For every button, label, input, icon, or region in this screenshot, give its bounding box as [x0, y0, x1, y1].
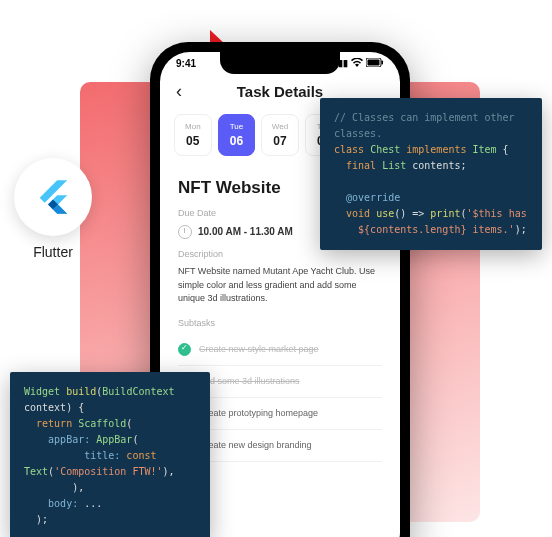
day-cell[interactable]: Wed07 [261, 114, 299, 156]
day-name: Mon [177, 122, 209, 131]
svg-rect-2 [382, 61, 384, 65]
back-button[interactable]: ‹ [176, 81, 182, 102]
day-name: Wed [264, 122, 296, 131]
day-number: 07 [264, 134, 296, 148]
status-time: 9:41 [176, 58, 196, 69]
clock-icon [178, 225, 192, 239]
flutter-label: Flutter [14, 244, 92, 260]
svg-rect-1 [368, 60, 380, 66]
day-name: Tue [221, 122, 253, 131]
subtask-text: Create new design branding [199, 440, 312, 450]
page-title: Task Details [237, 83, 323, 100]
day-cell[interactable]: Mon05 [174, 114, 212, 156]
description-label: Description [178, 249, 382, 259]
phone-notch [220, 52, 340, 74]
checkbox-icon[interactable] [178, 343, 191, 356]
flutter-logo-circle [14, 158, 92, 236]
subtask-text: Add some 3d illustrations [199, 376, 300, 386]
subtask-item[interactable]: Create new style market page [178, 334, 382, 366]
flutter-icon [33, 177, 73, 217]
battery-icon [366, 58, 384, 69]
due-time: 10.00 AM - 11.30 AM [198, 226, 293, 237]
subtask-text: Create new style market page [199, 344, 319, 354]
code-snippet-bottom: Widget build(BuildContext context) { ret… [10, 372, 210, 537]
wifi-icon [351, 58, 363, 69]
day-number: 06 [221, 134, 253, 148]
day-cell[interactable]: Tue06 [218, 114, 256, 156]
code-snippet-top: // Classes can implement other classes. … [320, 98, 542, 250]
day-number: 05 [177, 134, 209, 148]
subtasks-label: Subtasks [178, 318, 382, 328]
flutter-badge: Flutter [14, 158, 92, 260]
subtask-text: Create prototyping homepage [199, 408, 318, 418]
description-text: NFT Website named Mutant Ape Yacht Club.… [178, 265, 382, 306]
